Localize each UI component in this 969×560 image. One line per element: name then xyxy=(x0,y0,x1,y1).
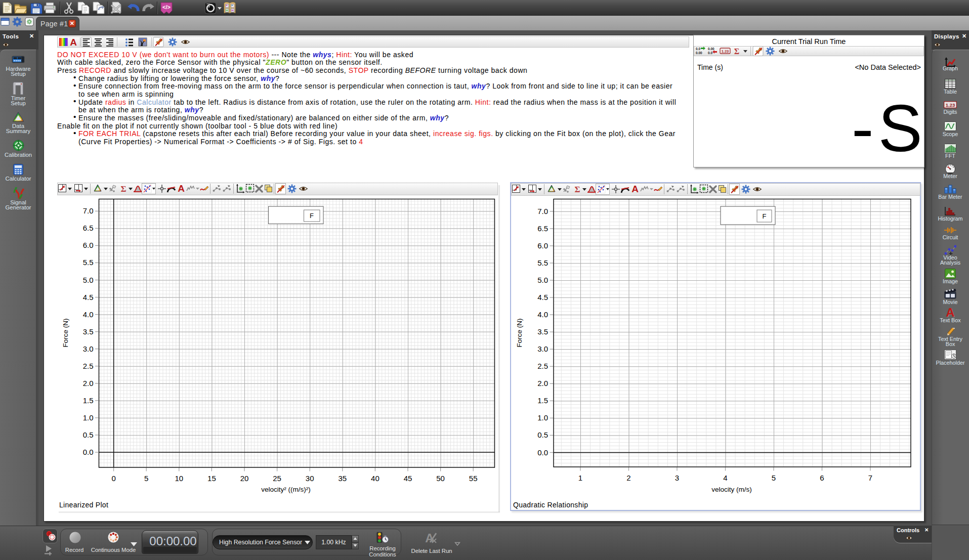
svg-text:2.0: 2.0 xyxy=(537,379,548,387)
svg-text:Σ: Σ xyxy=(734,47,739,56)
svg-text:7.0: 7.0 xyxy=(537,207,548,216)
svg-text:6.0: 6.0 xyxy=(537,241,548,250)
svg-text:2.0: 2.0 xyxy=(83,379,94,387)
svg-text:3.5: 3.5 xyxy=(537,327,548,336)
svg-text:0.00: 0.00 xyxy=(708,47,714,51)
svg-text:10: 10 xyxy=(175,474,183,483)
svg-text:50: 50 xyxy=(436,474,445,483)
svg-text:1.5: 1.5 xyxy=(83,396,94,405)
svg-text:F: F xyxy=(763,212,767,220)
svg-text:4: 4 xyxy=(723,473,727,482)
svg-text:55: 55 xyxy=(469,474,478,483)
svg-text:0: 0 xyxy=(111,474,115,483)
svg-text:4.5: 4.5 xyxy=(83,293,94,301)
svg-text:6: 6 xyxy=(820,473,824,482)
svg-text:5.0: 5.0 xyxy=(83,276,94,284)
svg-text:4.0: 4.0 xyxy=(537,310,548,319)
svg-text:35: 35 xyxy=(338,474,347,483)
svg-text:Force (N): Force (N) xyxy=(516,319,523,348)
svg-text:5.0: 5.0 xyxy=(537,276,548,284)
svg-text:3.5: 3.5 xyxy=(83,327,94,336)
svg-text:30: 30 xyxy=(306,474,314,483)
svg-text:A: A xyxy=(178,183,185,194)
svg-text:5.5: 5.5 xyxy=(83,258,94,267)
svg-text:2.5: 2.5 xyxy=(83,362,94,370)
svg-text:1.23: 1.23 xyxy=(722,49,729,54)
svg-text:1.0: 1.0 xyxy=(83,413,94,422)
svg-text:2: 2 xyxy=(626,473,630,482)
svg-text:0.0: 0.0 xyxy=(83,448,94,456)
svg-text:7: 7 xyxy=(868,473,872,482)
svg-text:5: 5 xyxy=(144,474,148,483)
svg-text:0.0: 0.0 xyxy=(696,47,700,51)
svg-text:40: 40 xyxy=(371,474,380,483)
svg-text:Σ: Σ xyxy=(574,185,580,194)
svg-text:0.5: 0.5 xyxy=(537,430,548,439)
svg-text:7.0: 7.0 xyxy=(83,206,94,215)
svg-text:F: F xyxy=(310,212,314,220)
svg-text:0.5: 0.5 xyxy=(83,430,94,439)
svg-text:20: 20 xyxy=(240,474,249,483)
svg-text:1.23: 1.23 xyxy=(946,102,955,108)
svg-text:Force (N): Force (N) xyxy=(62,319,69,348)
svg-text:A: A xyxy=(946,308,954,318)
svg-text:0.0: 0.0 xyxy=(708,51,712,55)
svg-text:15: 15 xyxy=(207,474,216,483)
svg-text:25: 25 xyxy=(273,474,281,483)
svg-text:0.0: 0.0 xyxy=(537,448,548,457)
svg-text:6.5: 6.5 xyxy=(83,224,94,232)
svg-text:velocity (m/s): velocity (m/s) xyxy=(711,486,752,493)
svg-text:2.5: 2.5 xyxy=(537,362,548,370)
svg-text:A: A xyxy=(70,37,77,48)
svg-text:1.5: 1.5 xyxy=(537,396,548,405)
svg-text:0.00: 0.00 xyxy=(696,51,702,55)
svg-text:6.5: 6.5 xyxy=(537,224,548,233)
svg-text:45: 45 xyxy=(404,474,412,483)
svg-text:velocity² ((m/s)²): velocity² ((m/s)²) xyxy=(261,486,311,493)
svg-text:A: A xyxy=(631,184,639,194)
svg-text:Σ: Σ xyxy=(120,184,126,194)
svg-text:4.0: 4.0 xyxy=(83,310,94,319)
svg-text:</>: </> xyxy=(162,4,171,10)
svg-text:1.0: 1.0 xyxy=(537,413,548,422)
svg-text:3.0: 3.0 xyxy=(83,344,94,353)
svg-text:4.5: 4.5 xyxy=(537,293,548,301)
svg-text:5: 5 xyxy=(772,473,776,482)
svg-text:3.0: 3.0 xyxy=(537,344,548,353)
svg-text:3: 3 xyxy=(675,473,679,482)
svg-text:5.5: 5.5 xyxy=(537,259,548,267)
svg-text:1: 1 xyxy=(578,473,582,482)
svg-text:6.0: 6.0 xyxy=(83,241,94,249)
